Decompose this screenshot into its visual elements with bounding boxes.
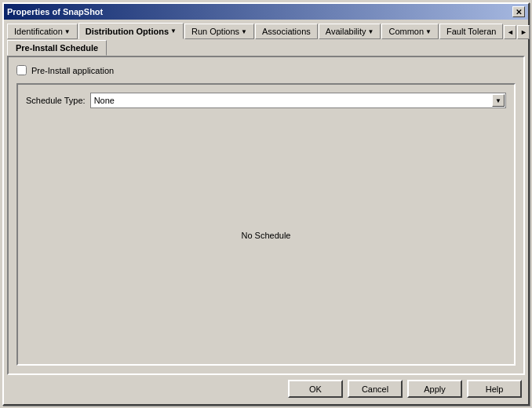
schedule-type-select-wrapper: None Weekly Monthly Custom ▼ — [90, 93, 506, 108]
tab-nav-prev[interactable]: ◄ — [504, 25, 516, 39]
tab-nav-arrows: ◄ ► — [504, 25, 530, 39]
apply-button[interactable]: Apply — [407, 380, 462, 398]
tab-availability[interactable]: Availability ▼ — [319, 24, 381, 39]
tab-identification[interactable]: Identification ▼ — [7, 24, 78, 39]
pre-install-checkbox[interactable] — [16, 65, 27, 75]
main-panel: Pre-Install application Schedule Type: N… — [7, 56, 525, 375]
tab-identification-arrow: ▼ — [64, 28, 71, 35]
tab-distribution-options[interactable]: Distribution Options ▼ — [78, 23, 184, 39]
cancel-button[interactable]: Cancel — [348, 380, 403, 398]
schedule-type-label: Schedule Type: — [26, 96, 86, 105]
schedule-area: Schedule Type: None Weekly Monthly Custo… — [16, 83, 516, 366]
tab-distribution-options-arrow: ▼ — [170, 27, 177, 35]
pre-install-checkbox-row: Pre-Install application — [16, 65, 516, 75]
tab-run-options[interactable]: Run Options ▼ — [184, 24, 254, 39]
sub-tab-pre-install-schedule[interactable]: Pre-Install Schedule — [7, 40, 107, 56]
schedule-type-row: Schedule Type: None Weekly Monthly Custo… — [26, 93, 506, 108]
tab-bar-row1: Identification ▼ Distribution Options ▼ … — [7, 23, 525, 39]
schedule-type-select[interactable]: None Weekly Monthly Custom — [90, 93, 506, 108]
tab-common-arrow: ▼ — [425, 28, 432, 35]
close-button[interactable]: ✕ — [512, 6, 525, 17]
help-button[interactable]: Help — [467, 380, 522, 398]
window-content: Identification ▼ Distribution Options ▼ … — [4, 20, 528, 404]
no-schedule-area: No Schedule — [26, 115, 506, 356]
title-bar: Properties of SnapShot ✕ — [4, 4, 528, 20]
ok-button[interactable]: OK — [288, 380, 343, 398]
tab-run-options-arrow: ▼ — [241, 28, 247, 35]
tab-bar-row2: Pre-Install Schedule — [7, 40, 525, 56]
button-bar: OK Cancel Apply Help — [7, 375, 525, 401]
main-window: Properties of SnapShot ✕ Identification … — [2, 2, 530, 406]
tab-associations[interactable]: Associations — [255, 24, 318, 39]
window-title: Properties of SnapShot — [7, 7, 103, 16]
tab-nav-next[interactable]: ► — [517, 25, 530, 39]
tab-fault-toleran[interactable]: Fault Toleran — [439, 24, 503, 39]
tab-common[interactable]: Common ▼ — [381, 24, 439, 39]
no-schedule-text: No Schedule — [242, 231, 291, 240]
tab-availability-arrow: ▼ — [368, 28, 374, 35]
pre-install-label: Pre-Install application — [31, 66, 114, 75]
